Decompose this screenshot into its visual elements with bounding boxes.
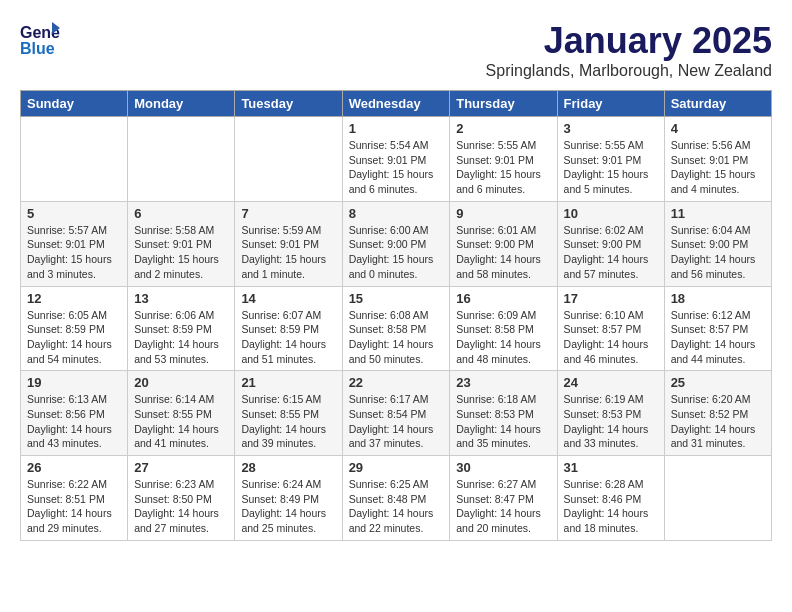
- day-number: 16: [456, 291, 550, 306]
- day-number: 4: [671, 121, 765, 136]
- day-number: 18: [671, 291, 765, 306]
- day-number: 9: [456, 206, 550, 221]
- calendar-cell: 19Sunrise: 6:13 AM Sunset: 8:56 PM Dayli…: [21, 371, 128, 456]
- day-info: Sunrise: 6:04 AM Sunset: 9:00 PM Dayligh…: [671, 223, 765, 282]
- calendar-cell: 9Sunrise: 6:01 AM Sunset: 9:00 PM Daylig…: [450, 201, 557, 286]
- day-info: Sunrise: 6:02 AM Sunset: 9:00 PM Dayligh…: [564, 223, 658, 282]
- day-info: Sunrise: 5:57 AM Sunset: 9:01 PM Dayligh…: [27, 223, 121, 282]
- day-number: 13: [134, 291, 228, 306]
- calendar-week-row: 1Sunrise: 5:54 AM Sunset: 9:01 PM Daylig…: [21, 117, 772, 202]
- day-number: 28: [241, 460, 335, 475]
- page-header: General Blue January 2025 Springlands, M…: [20, 20, 772, 80]
- day-info: Sunrise: 5:54 AM Sunset: 9:01 PM Dayligh…: [349, 138, 444, 197]
- day-info: Sunrise: 5:59 AM Sunset: 9:01 PM Dayligh…: [241, 223, 335, 282]
- day-number: 1: [349, 121, 444, 136]
- calendar-cell: [21, 117, 128, 202]
- calendar-cell: 15Sunrise: 6:08 AM Sunset: 8:58 PM Dayli…: [342, 286, 450, 371]
- weekday-header: Thursday: [450, 91, 557, 117]
- day-info: Sunrise: 6:13 AM Sunset: 8:56 PM Dayligh…: [27, 392, 121, 451]
- calendar-cell: 22Sunrise: 6:17 AM Sunset: 8:54 PM Dayli…: [342, 371, 450, 456]
- calendar-cell: 6Sunrise: 5:58 AM Sunset: 9:01 PM Daylig…: [128, 201, 235, 286]
- logo-icon: General Blue: [20, 20, 60, 60]
- day-number: 31: [564, 460, 658, 475]
- day-number: 22: [349, 375, 444, 390]
- logo: General Blue: [20, 20, 64, 60]
- day-info: Sunrise: 6:10 AM Sunset: 8:57 PM Dayligh…: [564, 308, 658, 367]
- calendar-cell: 14Sunrise: 6:07 AM Sunset: 8:59 PM Dayli…: [235, 286, 342, 371]
- day-number: 21: [241, 375, 335, 390]
- day-info: Sunrise: 6:05 AM Sunset: 8:59 PM Dayligh…: [27, 308, 121, 367]
- calendar-cell: 30Sunrise: 6:27 AM Sunset: 8:47 PM Dayli…: [450, 456, 557, 541]
- day-number: 29: [349, 460, 444, 475]
- calendar-table: SundayMondayTuesdayWednesdayThursdayFrid…: [20, 90, 772, 541]
- day-info: Sunrise: 6:18 AM Sunset: 8:53 PM Dayligh…: [456, 392, 550, 451]
- weekday-header: Friday: [557, 91, 664, 117]
- day-number: 3: [564, 121, 658, 136]
- weekday-header: Tuesday: [235, 91, 342, 117]
- calendar-week-row: 12Sunrise: 6:05 AM Sunset: 8:59 PM Dayli…: [21, 286, 772, 371]
- calendar-cell: 27Sunrise: 6:23 AM Sunset: 8:50 PM Dayli…: [128, 456, 235, 541]
- calendar-cell: 21Sunrise: 6:15 AM Sunset: 8:55 PM Dayli…: [235, 371, 342, 456]
- day-info: Sunrise: 6:20 AM Sunset: 8:52 PM Dayligh…: [671, 392, 765, 451]
- day-info: Sunrise: 5:55 AM Sunset: 9:01 PM Dayligh…: [456, 138, 550, 197]
- day-number: 17: [564, 291, 658, 306]
- calendar-cell: 20Sunrise: 6:14 AM Sunset: 8:55 PM Dayli…: [128, 371, 235, 456]
- day-info: Sunrise: 6:00 AM Sunset: 9:00 PM Dayligh…: [349, 223, 444, 282]
- day-info: Sunrise: 5:58 AM Sunset: 9:01 PM Dayligh…: [134, 223, 228, 282]
- calendar-cell: [128, 117, 235, 202]
- svg-text:Blue: Blue: [20, 40, 55, 57]
- calendar-cell: 31Sunrise: 6:28 AM Sunset: 8:46 PM Dayli…: [557, 456, 664, 541]
- weekday-header: Wednesday: [342, 91, 450, 117]
- day-info: Sunrise: 6:06 AM Sunset: 8:59 PM Dayligh…: [134, 308, 228, 367]
- weekday-header: Saturday: [664, 91, 771, 117]
- calendar-cell: 18Sunrise: 6:12 AM Sunset: 8:57 PM Dayli…: [664, 286, 771, 371]
- calendar-week-row: 5Sunrise: 5:57 AM Sunset: 9:01 PM Daylig…: [21, 201, 772, 286]
- day-number: 30: [456, 460, 550, 475]
- calendar-cell: 2Sunrise: 5:55 AM Sunset: 9:01 PM Daylig…: [450, 117, 557, 202]
- calendar-cell: 29Sunrise: 6:25 AM Sunset: 8:48 PM Dayli…: [342, 456, 450, 541]
- calendar-cell: 1Sunrise: 5:54 AM Sunset: 9:01 PM Daylig…: [342, 117, 450, 202]
- day-info: Sunrise: 6:27 AM Sunset: 8:47 PM Dayligh…: [456, 477, 550, 536]
- day-info: Sunrise: 5:56 AM Sunset: 9:01 PM Dayligh…: [671, 138, 765, 197]
- day-number: 14: [241, 291, 335, 306]
- day-number: 20: [134, 375, 228, 390]
- day-info: Sunrise: 6:23 AM Sunset: 8:50 PM Dayligh…: [134, 477, 228, 536]
- calendar-cell: 25Sunrise: 6:20 AM Sunset: 8:52 PM Dayli…: [664, 371, 771, 456]
- calendar-cell: 8Sunrise: 6:00 AM Sunset: 9:00 PM Daylig…: [342, 201, 450, 286]
- day-info: Sunrise: 6:24 AM Sunset: 8:49 PM Dayligh…: [241, 477, 335, 536]
- calendar-cell: 16Sunrise: 6:09 AM Sunset: 8:58 PM Dayli…: [450, 286, 557, 371]
- day-info: Sunrise: 6:25 AM Sunset: 8:48 PM Dayligh…: [349, 477, 444, 536]
- day-number: 27: [134, 460, 228, 475]
- calendar-cell: 7Sunrise: 5:59 AM Sunset: 9:01 PM Daylig…: [235, 201, 342, 286]
- day-info: Sunrise: 6:17 AM Sunset: 8:54 PM Dayligh…: [349, 392, 444, 451]
- day-info: Sunrise: 6:01 AM Sunset: 9:00 PM Dayligh…: [456, 223, 550, 282]
- weekday-header: Sunday: [21, 91, 128, 117]
- calendar-cell: 11Sunrise: 6:04 AM Sunset: 9:00 PM Dayli…: [664, 201, 771, 286]
- weekday-header: Monday: [128, 91, 235, 117]
- title-block: January 2025 Springlands, Marlborough, N…: [486, 20, 772, 80]
- day-number: 19: [27, 375, 121, 390]
- day-info: Sunrise: 6:19 AM Sunset: 8:53 PM Dayligh…: [564, 392, 658, 451]
- day-number: 2: [456, 121, 550, 136]
- day-number: 8: [349, 206, 444, 221]
- day-info: Sunrise: 6:08 AM Sunset: 8:58 PM Dayligh…: [349, 308, 444, 367]
- calendar-cell: 13Sunrise: 6:06 AM Sunset: 8:59 PM Dayli…: [128, 286, 235, 371]
- calendar-cell: 28Sunrise: 6:24 AM Sunset: 8:49 PM Dayli…: [235, 456, 342, 541]
- calendar-cell: 12Sunrise: 6:05 AM Sunset: 8:59 PM Dayli…: [21, 286, 128, 371]
- calendar-cell: 24Sunrise: 6:19 AM Sunset: 8:53 PM Dayli…: [557, 371, 664, 456]
- month-title: January 2025: [486, 20, 772, 62]
- calendar-cell: 4Sunrise: 5:56 AM Sunset: 9:01 PM Daylig…: [664, 117, 771, 202]
- day-number: 7: [241, 206, 335, 221]
- day-number: 10: [564, 206, 658, 221]
- day-number: 6: [134, 206, 228, 221]
- day-number: 23: [456, 375, 550, 390]
- day-number: 11: [671, 206, 765, 221]
- day-info: Sunrise: 6:14 AM Sunset: 8:55 PM Dayligh…: [134, 392, 228, 451]
- day-info: Sunrise: 6:28 AM Sunset: 8:46 PM Dayligh…: [564, 477, 658, 536]
- day-number: 5: [27, 206, 121, 221]
- calendar-week-row: 19Sunrise: 6:13 AM Sunset: 8:56 PM Dayli…: [21, 371, 772, 456]
- calendar-cell: 3Sunrise: 5:55 AM Sunset: 9:01 PM Daylig…: [557, 117, 664, 202]
- calendar-week-row: 26Sunrise: 6:22 AM Sunset: 8:51 PM Dayli…: [21, 456, 772, 541]
- day-number: 24: [564, 375, 658, 390]
- calendar-cell: [664, 456, 771, 541]
